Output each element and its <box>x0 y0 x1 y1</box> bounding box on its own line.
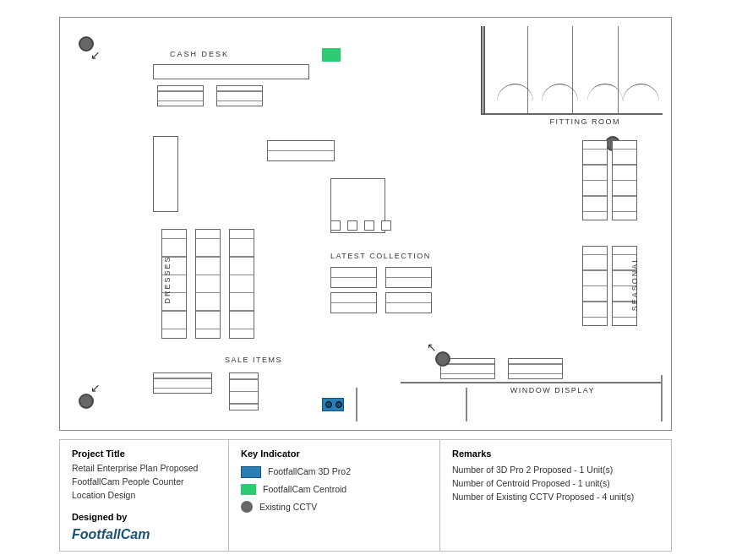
pro2-lens <box>325 401 332 408</box>
key-items: FootfallCam 3D Pro2 FootfallCam Centroid… <box>241 465 428 514</box>
sale-unit2 <box>229 372 259 410</box>
window-display-line <box>401 382 663 383</box>
lc-unit1 <box>330 267 377 288</box>
window-shelf2 <box>508 358 563 379</box>
project-title: Retail Enterprise Plan Proposed Footfall… <box>72 462 216 502</box>
pro2-icon <box>241 466 261 478</box>
cctv-label: Existing CCTV <box>259 501 317 514</box>
pro2-lens2 <box>335 401 342 408</box>
footer: Project Title Retail Enterprise Plan Pro… <box>59 439 672 552</box>
pro2-label: FootfallCam 3D Pro2 <box>268 465 351 479</box>
designed-by-label: Designed by <box>72 512 216 522</box>
remark2: Number of Centroid Proposed - 1 unit(s) <box>452 477 659 491</box>
fitting-room-area <box>481 26 663 115</box>
partition2 <box>466 388 467 421</box>
dresses-label: DRESSES <box>163 255 172 303</box>
seasonal-label: SEASONAL <box>631 257 640 312</box>
remarks-items: Number of 3D Pro 2 Proposed - 1 Unit(s) … <box>452 464 659 503</box>
cctv-camera-bottom <box>435 351 450 367</box>
center-top-shelf <box>267 140 335 161</box>
wall-divider-right <box>483 26 485 115</box>
cash-desk-label: CASH DESK <box>170 50 229 58</box>
project-title-label: Project Title <box>72 449 216 459</box>
key-indicator-label: Key Indicator <box>241 449 428 459</box>
sale-items-label: SALE ITEMS <box>225 356 282 364</box>
cctv-camera-bottomleft <box>79 394 94 409</box>
footer-key: Key Indicator FootfallCam 3D Pro2 Footfa… <box>229 440 440 551</box>
stall-door1 <box>497 84 533 113</box>
window-display-label: WINDOW DISPLAY <box>510 386 595 394</box>
lc-unit4 <box>385 292 432 313</box>
sq4 <box>381 220 391 231</box>
stall-door4 <box>623 84 659 113</box>
cash-desk-shelf2 <box>216 85 263 106</box>
remarks-label: Remarks <box>452 449 659 459</box>
sale-unit1 <box>153 372 212 394</box>
footfallcam-logo: FootfallCam <box>72 527 216 542</box>
page: CASH DESK ↙ <box>0 0 731 560</box>
mid-left-display <box>153 136 178 212</box>
partition3 <box>661 375 663 421</box>
footer-remarks: Remarks Number of 3D Pro 2 Proposed - 1 … <box>440 440 671 551</box>
arrow-topleft: ↙ <box>90 48 101 62</box>
dresses-unit3 <box>229 229 254 339</box>
seasonal-unit1 <box>582 246 608 326</box>
stall-door3 <box>587 84 624 113</box>
floorplan: CASH DESK ↙ <box>59 17 672 431</box>
key-item-centroid: FootfallCam Centroid <box>241 483 428 497</box>
cctv-icon <box>241 501 253 513</box>
display-unit-tr2 <box>612 140 637 220</box>
remark1: Number of 3D Pro 2 Proposed - 1 Unit(s) <box>452 464 659 477</box>
lc-unit2 <box>330 292 377 313</box>
centroid-icon <box>241 484 256 495</box>
latest-collection-label: LATEST COLLECTION <box>330 252 431 260</box>
stall-door2 <box>542 84 578 113</box>
arrow-bottom: ↖ <box>427 340 437 354</box>
arrow-bottomleft: ↙ <box>90 381 101 394</box>
sq1 <box>330 220 341 231</box>
partition1 <box>356 388 357 421</box>
remark3: Number of Existing CCTV Proposed - 4 uni… <box>452 491 659 504</box>
cash-desk-shelf1 <box>157 85 204 106</box>
lc-unit3 <box>385 267 432 288</box>
key-item-pro2: FootfallCam 3D Pro2 <box>241 465 428 479</box>
dresses-unit2 <box>195 229 221 339</box>
sq3 <box>364 220 374 231</box>
centroid-device <box>322 48 341 62</box>
fitting-room-label: FITTING ROOM <box>550 117 621 126</box>
sq2 <box>347 220 357 231</box>
key-item-cctv: Existing CCTV <box>241 501 428 514</box>
display-unit-tr <box>582 140 608 220</box>
centroid-label: FootfallCam Centroid <box>263 483 346 497</box>
cash-desk-counter <box>153 64 309 79</box>
footer-project: Project Title Retail Enterprise Plan Pro… <box>60 440 229 551</box>
